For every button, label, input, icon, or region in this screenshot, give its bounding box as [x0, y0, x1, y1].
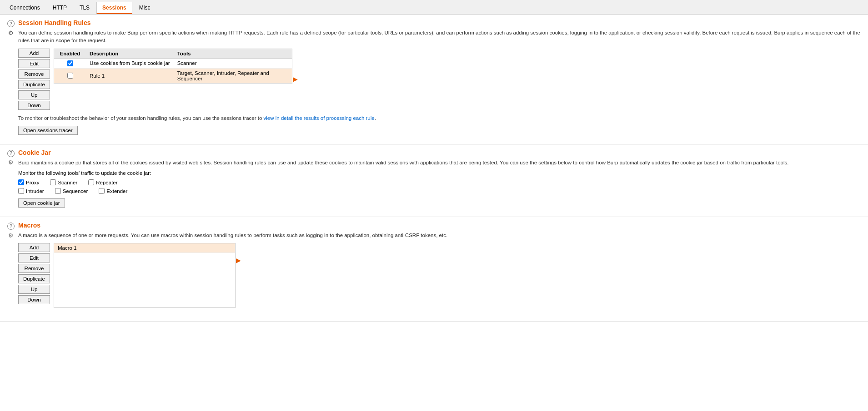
- cookie-repeater-text: Repeater: [96, 180, 117, 185]
- tab-http[interactable]: HTTP: [47, 2, 73, 14]
- macros-up-button[interactable]: Up: [18, 285, 50, 294]
- session-add-button[interactable]: Add: [18, 49, 50, 58]
- cookie-tools-row1: Proxy Scanner Repeater: [18, 179, 861, 185]
- session-row-arrow: ▶: [293, 75, 298, 83]
- cookie-repeater-checkbox[interactable]: [88, 179, 94, 185]
- monitor-label: Monitor the following tools' traffic to …: [18, 170, 861, 176]
- session-rule-row-1[interactable]: Use cookies from Burp's cookie jar Scann…: [54, 59, 292, 69]
- cookie-sequencer-text: Sequencer: [63, 188, 88, 194]
- cookie-sequencer-label: Sequencer: [55, 188, 88, 194]
- session-up-button[interactable]: Up: [18, 90, 50, 99]
- rule-1-enabled-cell: [54, 59, 86, 68]
- tab-connections[interactable]: Connections: [4, 2, 46, 14]
- cookie-scanner-checkbox[interactable]: [50, 179, 56, 185]
- macros-desc: A macro is a sequence of one or more req…: [18, 232, 861, 239]
- macros-add-button[interactable]: Add: [18, 243, 50, 252]
- nav-tabs: Connections HTTP TLS Sessions Misc: [0, 0, 868, 15]
- macros-duplicate-button[interactable]: Duplicate: [18, 274, 50, 283]
- cookie-gear-icon[interactable]: ⚙: [7, 159, 15, 166]
- macro-row-1[interactable]: Macro 1: [54, 243, 235, 253]
- session-down-button[interactable]: Down: [18, 101, 50, 110]
- open-cookie-jar-button[interactable]: Open cookie jar: [18, 198, 65, 208]
- cookie-jar-section: ? ⚙ Cookie Jar Burp maintains a cookie j…: [0, 144, 868, 217]
- macros-table-body: Macro 1: [54, 243, 235, 307]
- cookie-proxy-label: Proxy: [18, 179, 39, 185]
- macros-gear-icon[interactable]: ⚙: [7, 232, 15, 239]
- cookie-repeater-label: Repeater: [88, 179, 117, 185]
- macros-title: Macros: [18, 222, 861, 229]
- col-header-tools: Tools: [174, 49, 292, 58]
- open-sessions-tracer-button[interactable]: Open sessions tracer: [18, 126, 78, 135]
- rule-2-desc: Rule 1: [86, 71, 174, 80]
- macros-table: Macro 1: [54, 243, 236, 308]
- cookie-help-icon[interactable]: ?: [7, 150, 15, 157]
- cookie-tools-row2: Intruder Sequencer Extender: [18, 188, 861, 194]
- cookie-proxy-checkbox[interactable]: [18, 179, 24, 185]
- col-header-description: Description: [86, 49, 174, 58]
- session-help-icon[interactable]: ?: [7, 20, 15, 27]
- cookie-proxy-text: Proxy: [26, 180, 39, 185]
- cookie-intruder-checkbox[interactable]: [18, 188, 24, 194]
- session-rules-table: Enabled Description Tools Use cookies fr…: [54, 49, 292, 84]
- macros-section: ? ⚙ Macros A macro is a sequence of one …: [0, 217, 868, 322]
- rule-1-desc: Use cookies from Burp's cookie jar: [86, 59, 174, 68]
- macros-remove-button[interactable]: Remove: [18, 264, 50, 273]
- main-content: ? ⚙ Session Handling Rules You can defin…: [0, 15, 868, 411]
- session-btn-col: Add Edit Remove Duplicate Up Down: [18, 49, 50, 110]
- cookie-extender-text: Extender: [106, 188, 127, 194]
- tracer-link[interactable]: view in detail the results of processing…: [264, 115, 375, 121]
- macros-area: Add Edit Remove Duplicate Up Down Macro …: [18, 243, 861, 308]
- tab-misc[interactable]: Misc: [133, 2, 156, 14]
- col-header-enabled: Enabled: [54, 49, 86, 58]
- cookie-extender-label: Extender: [99, 188, 127, 194]
- session-gear-icon[interactable]: ⚙: [7, 29, 15, 36]
- session-handling-section: ? ⚙ Session Handling Rules You can defin…: [0, 15, 868, 144]
- session-remove-button[interactable]: Remove: [18, 69, 50, 79]
- session-rules-area: Add Edit Remove Duplicate Up Down Enable…: [18, 49, 861, 110]
- macros-empty-space: [54, 253, 235, 307]
- macros-edit-button[interactable]: Edit: [18, 253, 50, 262]
- session-duplicate-button[interactable]: Duplicate: [18, 80, 50, 89]
- cookie-scanner-text: Scanner: [58, 180, 77, 185]
- cookie-extender-checkbox[interactable]: [99, 188, 105, 194]
- macros-btn-col: Add Edit Remove Duplicate Up Down: [18, 243, 50, 308]
- session-handling-desc: You can define session handling rules to…: [18, 29, 861, 45]
- cookie-jar-desc: Burp maintains a cookie jar that stores …: [18, 159, 861, 167]
- session-table-body: Use cookies from Burp's cookie jar Scann…: [54, 59, 292, 84]
- rule-2-enabled-cell: [54, 71, 86, 80]
- cookie-jar-title: Cookie Jar: [18, 149, 861, 156]
- session-table-header: Enabled Description Tools: [54, 49, 292, 59]
- macros-row-arrow: ▶: [236, 257, 241, 264]
- tab-tls[interactable]: TLS: [74, 2, 95, 14]
- rule-1-checkbox[interactable]: [67, 60, 73, 66]
- macros-help-icon[interactable]: ?: [7, 223, 15, 230]
- session-rule-row-2[interactable]: Rule 1 Target, Scanner, Intruder, Repeat…: [54, 69, 292, 84]
- rule-2-checkbox[interactable]: [67, 73, 73, 79]
- tab-sessions[interactable]: Sessions: [96, 2, 132, 14]
- rule-2-tools: Target, Scanner, Intruder, Repeater and …: [174, 69, 292, 83]
- session-handling-title: Session Handling Rules: [18, 19, 861, 26]
- rule-1-tools: Scanner: [174, 59, 292, 68]
- cookie-sequencer-checkbox[interactable]: [55, 188, 61, 194]
- cookie-scanner-label: Scanner: [50, 179, 77, 185]
- cookie-intruder-label: Intruder: [18, 188, 44, 194]
- session-edit-button[interactable]: Edit: [18, 59, 50, 68]
- macros-down-button[interactable]: Down: [18, 295, 50, 304]
- tracer-description: To monitor or troubleshoot the behavior …: [18, 114, 861, 122]
- cookie-intruder-text: Intruder: [26, 188, 44, 194]
